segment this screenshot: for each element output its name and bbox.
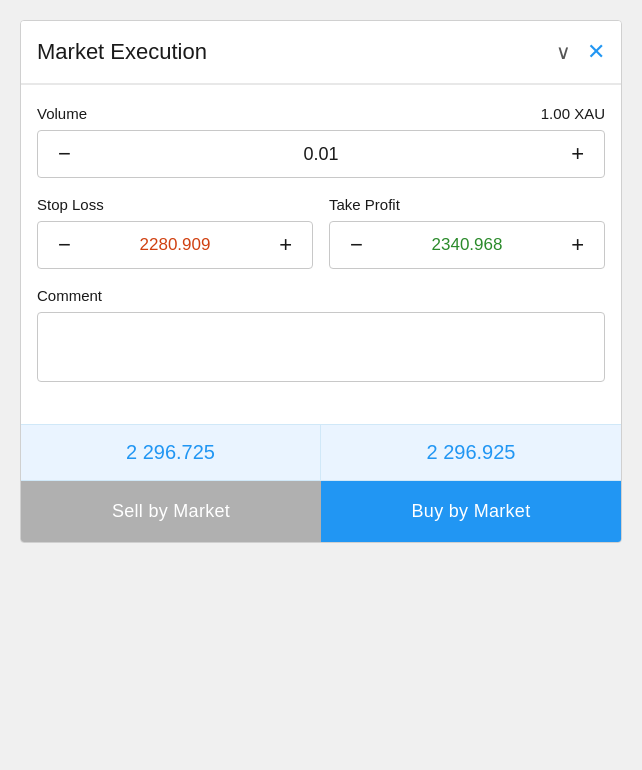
header-controls: ∨ ✕ xyxy=(556,39,605,65)
comment-input[interactable] xyxy=(37,312,605,382)
volume-field: Volume 1.00 XAU − 0.01 + xyxy=(37,105,605,178)
volume-increase-button[interactable]: + xyxy=(567,143,588,165)
stop-loss-decrease-button[interactable]: − xyxy=(54,234,75,256)
stop-loss-label: Stop Loss xyxy=(37,196,104,213)
stop-loss-increase-button[interactable]: + xyxy=(275,234,296,256)
panel-title: Market Execution xyxy=(37,39,207,65)
comment-field-group: Comment xyxy=(37,287,605,386)
take-profit-decrease-button[interactable]: − xyxy=(346,234,367,256)
stop-loss-label-row: Stop Loss xyxy=(37,196,313,213)
comment-label: Comment xyxy=(37,287,102,304)
buy-price[interactable]: 2 296.925 xyxy=(321,425,621,480)
volume-stepper: − 0.01 + xyxy=(37,130,605,178)
sell-price[interactable]: 2 296.725 xyxy=(21,425,321,480)
take-profit-label-row: Take Profit xyxy=(329,196,605,213)
comment-label-row: Comment xyxy=(37,287,605,304)
volume-unit: 1.00 XAU xyxy=(541,105,605,122)
price-row: 2 296.725 2 296.925 xyxy=(21,424,621,481)
volume-label-row: Volume 1.00 XAU xyxy=(37,105,605,122)
volume-label: Volume xyxy=(37,105,87,122)
buy-by-market-button[interactable]: Buy by Market xyxy=(321,481,621,542)
take-profit-label: Take Profit xyxy=(329,196,400,213)
panel-content: Volume 1.00 XAU − 0.01 + Stop Loss − 228… xyxy=(21,85,621,424)
volume-decrease-button[interactable]: − xyxy=(54,143,75,165)
action-row: Sell by Market Buy by Market xyxy=(21,481,621,542)
sl-tp-row: Stop Loss − 2280.909 + Take Profit − 234… xyxy=(37,196,605,269)
market-execution-panel: Market Execution ∨ ✕ Volume 1.00 XAU − 0… xyxy=(20,20,622,543)
sell-by-market-button[interactable]: Sell by Market xyxy=(21,481,321,542)
close-icon[interactable]: ✕ xyxy=(587,39,605,65)
take-profit-field: Take Profit − 2340.968 + xyxy=(329,196,605,269)
stop-loss-stepper: − 2280.909 + xyxy=(37,221,313,269)
take-profit-value: 2340.968 xyxy=(432,235,503,255)
take-profit-increase-button[interactable]: + xyxy=(567,234,588,256)
volume-value: 0.01 xyxy=(303,144,338,165)
panel-header: Market Execution ∨ ✕ xyxy=(21,21,621,85)
chevron-down-icon[interactable]: ∨ xyxy=(556,40,571,64)
stop-loss-field: Stop Loss − 2280.909 + xyxy=(37,196,313,269)
stop-loss-value: 2280.909 xyxy=(140,235,211,255)
take-profit-stepper: − 2340.968 + xyxy=(329,221,605,269)
